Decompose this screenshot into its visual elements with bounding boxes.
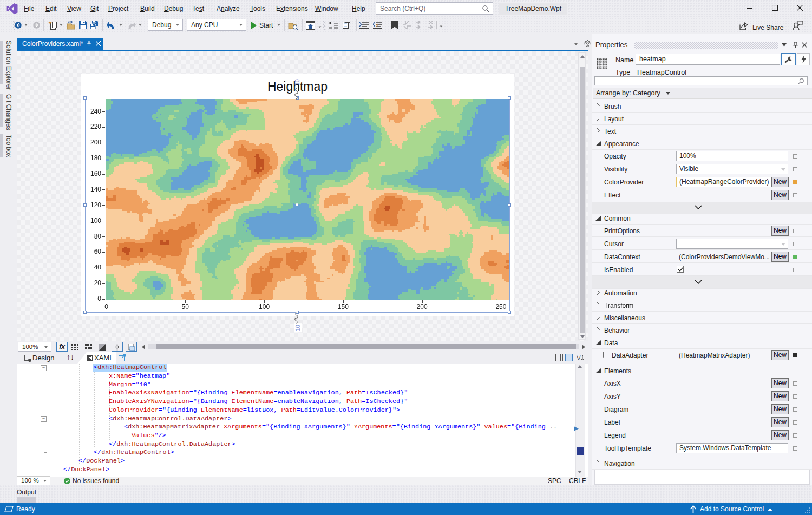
svg-text:2: 2 bbox=[376, 23, 378, 28]
